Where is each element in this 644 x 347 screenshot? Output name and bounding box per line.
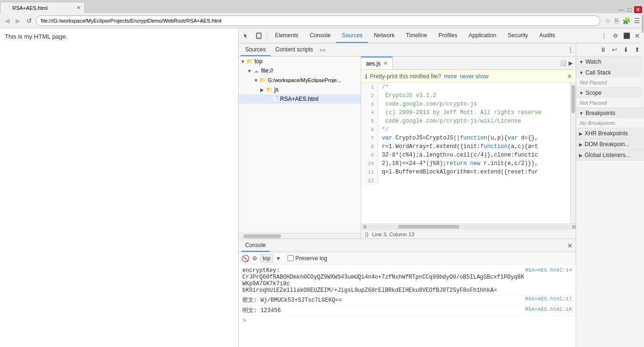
sources-sub-tab-content-scripts[interactable]: Content scripts — [271, 43, 318, 56]
file-tree-wrapper: ▼ 📁 top ▼ ☁ file:// — [239, 57, 361, 239]
dom-breakpoints-section-header[interactable]: ▶ DOM Breakpoin... — [576, 139, 644, 149]
tree-item-file-protocol[interactable]: ▼ ☁ file:// — [239, 66, 361, 75]
tree-item-workspace[interactable]: ▼ 📁 G:/workspace/MyEclipseProje... — [239, 75, 361, 85]
xhr-breakpoints-section-header[interactable]: ▶ XHR Breakpoints — [576, 128, 644, 139]
inspect-element-icon[interactable] — [240, 30, 253, 42]
step-into-button[interactable]: ⬇ — [620, 45, 631, 55]
code-line-8: 8 r=1.WordArray=t.extend({init:function(… — [361, 142, 570, 151]
sources-main-panel: Sources Content scripts >> ⋮ — [239, 43, 576, 347]
close-button[interactable]: ✕ — [634, 6, 642, 13]
tab-title: RSA+AES.html — [12, 5, 48, 11]
pretty-print-close-button[interactable]: ✕ — [567, 73, 572, 80]
panel-section-xhr-breakpoints: ▶ XHR Breakpoints — [576, 128, 644, 139]
watch-arrow: ▼ — [579, 59, 584, 65]
more-tools-icon[interactable]: ⋮ — [599, 31, 609, 41]
tab-network[interactable]: Network — [368, 28, 400, 43]
menu-icon[interactable]: ☰ — [633, 16, 641, 25]
scroll-left-btn[interactable] — [363, 225, 367, 229]
watch-section-header[interactable]: ▼ Watch — [576, 57, 644, 67]
console-clear-icon[interactable]: 🚫 — [241, 255, 249, 262]
expand-sources-icon[interactable]: ⬜ — [560, 60, 567, 66]
navigate-source-icon[interactable]: ▶ — [569, 60, 573, 66]
console-source-3[interactable]: RSA+AES.html:18 — [525, 306, 572, 314]
console-context-dropdown-icon[interactable]: ▼ — [276, 256, 281, 261]
call-stack-section-header[interactable]: ▼ Call Stack — [576, 67, 644, 78]
console-text-3: 明文: 123456 — [242, 306, 525, 314]
console-source-2[interactable]: RSA+AES.html:17 — [525, 296, 572, 304]
browser-tab[interactable]: 📄 RSA+AES.html ✕ — [0, 2, 85, 13]
watch-label: Watch — [586, 58, 602, 65]
file-tree-scrollbar-h[interactable] — [239, 233, 361, 239]
back-button[interactable]: ◀ — [3, 16, 12, 25]
console-filter-toggle-icon[interactable]: ⚙ — [252, 255, 257, 262]
preserve-log-checkbox-group: Preserve log — [288, 255, 327, 262]
cast-icon[interactable]: ⎘ — [614, 16, 619, 25]
console-source-1[interactable]: RSA+AES.html:14 — [525, 267, 572, 294]
step-over-button[interactable]: ↩ — [609, 45, 619, 55]
console-tab[interactable]: Console — [241, 239, 270, 252]
code-tab-aes[interactable]: aes.js ✕ — [361, 57, 393, 69]
console-content[interactable]: encryptKey: CrJPrQ60fRABOHDmkh0COyQZ9WXW… — [239, 264, 576, 347]
tab-close-button[interactable]: ✕ — [76, 5, 81, 11]
devtools-body: Sources Content scripts >> ⋮ — [239, 43, 644, 347]
tab-sources[interactable]: Sources — [336, 28, 368, 43]
sources-sub-tab-sources[interactable]: Sources — [240, 43, 271, 56]
tree-item-top[interactable]: ▼ 📁 top — [239, 57, 361, 66]
code-line-11: 11 q=l.BufferedBlockAlgorithm=t.extend({… — [361, 168, 570, 176]
global-arrow: ▶ — [579, 153, 583, 158]
tab-timeline[interactable]: Timeline — [400, 28, 433, 43]
folder-icon-workspace: 📁 — [259, 77, 266, 83]
right-panel-scrollbar[interactable] — [641, 43, 644, 107]
dock-icon[interactable]: ⬛ — [621, 31, 632, 41]
device-mode-icon[interactable] — [253, 30, 265, 42]
tree-item-js[interactable]: ▶ 📁 js — [239, 85, 361, 94]
pretty-print-never-link[interactable]: never show — [460, 73, 488, 80]
code-line-5: 5 code.google.com/p/crypto-js/wiki/Licen… — [361, 117, 570, 125]
pretty-print-more-link[interactable]: more — [444, 73, 457, 80]
pause-resume-button[interactable]: ⏸ — [598, 45, 608, 55]
code-scrollbar-v[interactable] — [570, 83, 576, 223]
scroll-right-btn[interactable] — [572, 225, 576, 229]
code-tabs: aes.js ✕ ⬜ ▶ — [361, 57, 576, 70]
extension-icon[interactable]: 🧩 — [621, 16, 631, 25]
tab-security[interactable]: Security — [502, 28, 534, 43]
console-close-button[interactable]: ✕ — [567, 242, 573, 249]
code-content[interactable]: 1 /* 2 CryptoJS v3.1.2 3 — [361, 83, 570, 223]
code-line-3: 3 code.google.com/p/crypto-js — [361, 100, 570, 108]
preserve-log-checkbox[interactable] — [288, 255, 294, 261]
sources-menu-icon[interactable]: ⋮ — [567, 46, 574, 54]
file-tree: ▼ 📁 top ▼ ☁ file:// — [239, 57, 361, 233]
forward-button[interactable]: ▶ — [14, 16, 23, 25]
console-entry-3: 明文: 123456 RSA+AES.html:18 — [239, 306, 576, 316]
restore-button[interactable]: □ — [626, 6, 633, 13]
address-bar[interactable] — [36, 16, 600, 26]
breakpoints-section-header[interactable]: ▼ Breakpoints — [576, 108, 644, 118]
console-context-selector[interactable]: top — [260, 254, 273, 263]
tab-profiles[interactable]: Profiles — [433, 28, 463, 43]
tree-item-rsa-aes[interactable]: ▶ 📄 RSA+AES.html — [239, 94, 361, 104]
global-listeners-section-header[interactable]: ▶ Global Listeners... — [576, 150, 644, 160]
code-line-9: 9 32-8*(c%4);a.length=u.ceil(c/4)},clone… — [361, 151, 570, 159]
code-tab-close-button[interactable]: ✕ — [383, 60, 388, 66]
devtools-close-button[interactable]: ✕ — [633, 32, 642, 40]
breakpoints-label: Breakpoints — [586, 110, 615, 116]
refresh-button[interactable]: ↺ — [25, 16, 34, 25]
code-line-1: 1 /* — [361, 83, 570, 91]
svg-point-2 — [258, 37, 259, 38]
preserve-log-label: Preserve log — [296, 255, 327, 262]
bookmark-star-icon[interactable]: ☆ — [604, 16, 612, 25]
tab-elements[interactable]: Elements — [269, 28, 304, 43]
settings-icon[interactable]: ⚙ — [610, 31, 620, 41]
tab-application[interactable]: Application — [463, 28, 502, 43]
tab-audits[interactable]: Audits — [534, 28, 561, 43]
step-out-button[interactable]: ⬆ — [632, 45, 642, 55]
minimize-button[interactable]: ─ — [618, 6, 625, 13]
scope-section-header[interactable]: ▼ Scope — [576, 88, 644, 98]
xhr-arrow: ▶ — [579, 131, 583, 136]
console-header: Console ✕ — [239, 239, 576, 252]
tab-console[interactable]: Console — [304, 28, 336, 43]
folder-icon-js: 📁 — [266, 86, 272, 93]
sources-sub-tab-more[interactable]: >> — [320, 47, 326, 53]
code-scrollbar-h[interactable] — [361, 223, 576, 229]
dom-arrow: ▶ — [579, 142, 583, 147]
